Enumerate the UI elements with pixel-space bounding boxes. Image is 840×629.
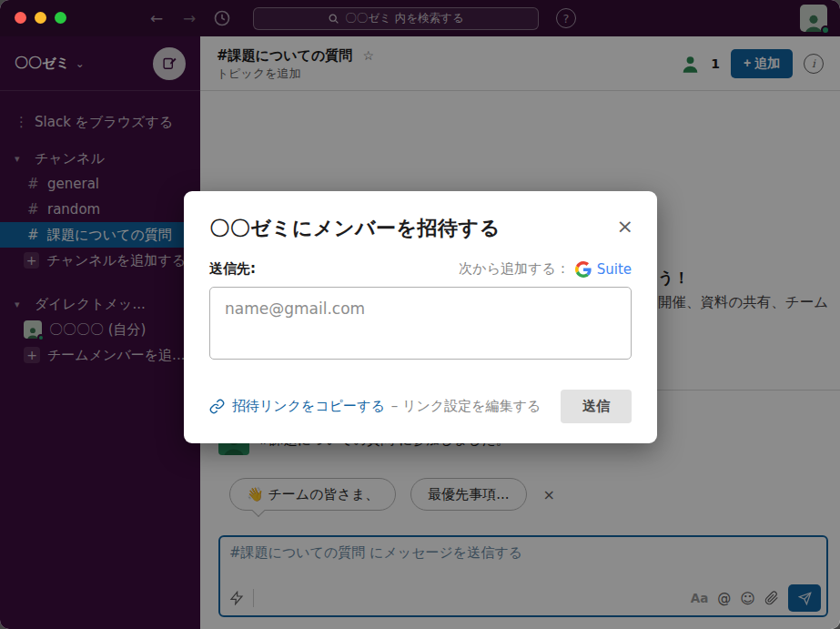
close-window-button[interactable] (15, 12, 26, 24)
slack-app-window: ← → 〇〇ゼミ 内を検索する ? 〇〇ゼミ ⌄ ⋮ (0, 0, 840, 629)
gsuite-link[interactable]: Suite (597, 261, 632, 278)
copy-invite-link[interactable]: 招待リンクをコピーする (209, 398, 385, 415)
addfrom-label: 次から追加する： (459, 260, 569, 278)
close-icon[interactable]: × (617, 217, 633, 237)
minimize-window-button[interactable] (35, 12, 46, 24)
link-icon (209, 399, 225, 414)
copy-invite-link-label: 招待リンクをコピーする (232, 398, 385, 415)
modal-title: 〇〇ゼミにメンバーを招待する (209, 215, 632, 242)
sendto-label: 送信先: (209, 260, 256, 278)
google-logo-icon[interactable] (575, 261, 592, 278)
traffic-lights (15, 12, 66, 24)
invite-members-modal: 〇〇ゼミにメンバーを招待する × 送信先: 次から追加する： Suite (184, 191, 657, 443)
zoom-window-button[interactable] (55, 12, 66, 24)
invite-email-input[interactable] (209, 287, 632, 360)
send-invite-button[interactable]: 送信 (561, 390, 632, 423)
edit-link-settings[interactable]: – リンク設定を編集する (391, 398, 541, 415)
